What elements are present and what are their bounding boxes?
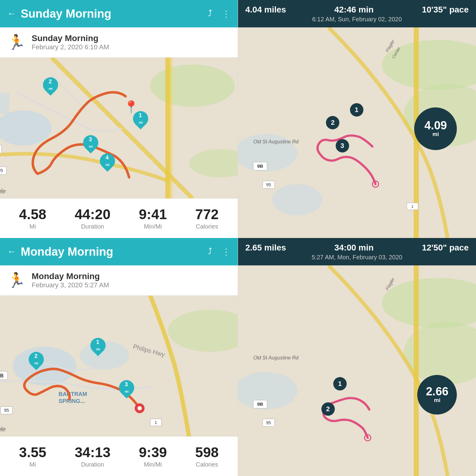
svg-text:95: 95 [266, 420, 271, 425]
svg-point-43 [138, 406, 142, 410]
monday-right-datetime: 5:27 AM, Mon, February 03, 2020 [245, 254, 469, 261]
monday-title: Monday Morning [21, 245, 198, 258]
sunday-bubble-label: mi [432, 131, 439, 138]
sunday-right-miles: 4.04 miles [245, 5, 286, 15]
svg-text:SPRING...: SPRING... [59, 398, 85, 404]
monday-share-button[interactable]: ⤴ [208, 247, 212, 257]
monday-header: ← Monday Morning ⤴ ⋮ [0, 238, 238, 265]
monday-pace-value: 9:39 [139, 445, 167, 460]
sunday-map[interactable]: Google 9B 95 2mi 3mi 1mi 4mi 📍 [0, 58, 238, 198]
monday-stats: 3.55 Mi 34:13 Duration 9:39 Min/Mi 598 C… [0, 436, 238, 476]
sunday-stats: 4.58 Mi 44:20 Duration 9:41 Min/Mi 772 C… [0, 198, 238, 238]
sunday-dist-bubble: 4.09 mi [414, 107, 457, 150]
sunday-calories-value: 772 [195, 207, 219, 222]
monday-pace-stat: 9:39 Min/Mi [139, 445, 167, 468]
sunday-header: ← Sunday Morning ⤴ ⋮ [0, 0, 238, 27]
monday-right-pace: 12'50" pace [422, 243, 469, 253]
sunday-distance-label: Mi [19, 223, 47, 230]
svg-text:Old St Augustine Rd: Old St Augustine Rd [253, 355, 299, 360]
monday-duration-value: 34:13 [75, 445, 110, 460]
monday-distance-stat: 3.55 Mi [19, 445, 47, 468]
monday-right-map[interactable]: Old St Augustine Rd Flagler 9B 95 1 2 2.… [238, 265, 476, 476]
sunday-pace-stat: 9:41 Min/Mi [139, 207, 167, 230]
monday-calories-stat: 598 Calories [195, 445, 219, 468]
monday-activity-info: 🏃 Monday Morning February 3, 2020 5:27 A… [0, 265, 238, 296]
monday-duration-label: Duration [75, 461, 110, 468]
monday-distance-label: Mi [19, 461, 47, 468]
sunday-distance-stat: 4.58 Mi [19, 207, 47, 230]
sunday-right-panel: 4.04 miles 42:46 min 10'35" pace 6:12 AM… [238, 0, 476, 238]
sunday-right-map[interactable]: Old St Augustine Rd Flagler Center 9B 95… [238, 27, 476, 238]
svg-text:1: 1 [411, 204, 414, 209]
monday-right-header: 2.65 miles 34:00 min 12'50" pace 5:27 AM… [238, 238, 476, 265]
svg-point-1 [150, 65, 235, 107]
monday-bubble-label: mi [434, 397, 440, 404]
monday-calories-value: 598 [195, 445, 219, 460]
monday-pace-label: Min/Mi [139, 461, 167, 468]
monday-left-panel: ← Monday Morning ⤴ ⋮ 🏃 Monday Morning Fe… [0, 238, 238, 476]
sunday-left-panel: ← Sunday Morning ⤴ ⋮ 🏃 Sunday Morning Fe… [0, 0, 238, 238]
monday-back-button[interactable]: ← [7, 247, 16, 257]
monday-right-miles: 2.65 miles [245, 243, 286, 253]
badge-3: 3 [336, 139, 349, 152]
monday-dist-bubble: 2.66 mi [417, 375, 457, 415]
monday-distance-value: 3.55 [19, 445, 47, 460]
monday-run-icon: 🏃 [7, 272, 26, 289]
destination-pin: 📍 [124, 100, 139, 114]
sunday-right-header: 4.04 miles 42:46 min 10'35" pace 6:12 AM… [238, 0, 476, 27]
sunday-right-pace: 10'35" pace [422, 5, 469, 15]
svg-text:9B: 9B [257, 163, 263, 169]
sunday-right-time: 42:46 min [334, 5, 373, 15]
svg-text:Old St Augustine Rd: Old St Augustine Rd [253, 139, 299, 144]
sunday-activity-name: Sunday Morning [32, 33, 109, 43]
svg-text:1: 1 [155, 420, 157, 425]
svg-text:9B: 9B [257, 401, 263, 407]
sunday-duration-stat: 44:20 Duration [75, 207, 110, 230]
svg-text:95: 95 [266, 182, 271, 187]
run-icon: 🏃 [7, 34, 26, 51]
svg-text:BARTRAM: BARTRAM [59, 391, 87, 397]
svg-text:95: 95 [0, 168, 3, 173]
monday-activity-date: February 3, 2020 5:27 AM [32, 281, 109, 289]
sunday-pace-value: 9:41 [139, 207, 167, 222]
monday-activity-name: Monday Morning [32, 271, 109, 281]
monday-right-time: 34:00 min [334, 243, 373, 253]
sunday-calories-stat: 772 Calories [195, 207, 219, 230]
monday-badge-2: 2 [321, 402, 335, 416]
sunday-title: Sunday Morning [21, 7, 198, 20]
monday-bubble-value: 2.66 [426, 386, 448, 397]
svg-rect-4 [0, 93, 9, 114]
svg-rect-9 [0, 145, 2, 153]
monday-more-button[interactable]: ⋮ [222, 247, 230, 257]
share-button[interactable]: ⤴ [208, 9, 212, 19]
sunday-activity-date: February 2, 2020 6:10 AM [32, 43, 109, 51]
badge-2: 2 [326, 116, 339, 129]
back-button[interactable]: ← [7, 9, 16, 19]
monday-map[interactable]: Philips Hwy 9B 95 1 BARTRAM SPRING... Go… [0, 296, 238, 436]
svg-text:9B: 9B [0, 373, 4, 378]
sunday-distance-value: 4.58 [19, 207, 47, 222]
svg-point-17 [272, 184, 322, 215]
more-button[interactable]: ⋮ [222, 9, 230, 19]
monday-duration-stat: 34:13 Duration [75, 445, 110, 468]
svg-text:95: 95 [4, 408, 9, 413]
monday-calories-label: Calories [195, 461, 219, 468]
badge-1: 1 [350, 103, 363, 117]
sunday-activity-info: 🏃 Sunday Morning February 2, 2020 6:10 A… [0, 27, 238, 58]
svg-text:Google: Google [0, 425, 6, 432]
monday-right-panel: 2.65 miles 34:00 min 12'50" pace 5:27 AM… [238, 238, 476, 476]
svg-text:Google: Google [0, 187, 6, 194]
sunday-duration-label: Duration [75, 223, 110, 230]
sunday-bubble-value: 4.09 [424, 120, 447, 131]
sunday-duration-value: 44:20 [75, 207, 110, 222]
sunday-right-datetime: 6:12 AM, Sun, February 02, 2020 [245, 16, 469, 23]
sunday-calories-label: Calories [195, 223, 219, 230]
monday-badge-1: 1 [333, 377, 347, 390]
svg-point-30 [13, 347, 76, 385]
sunday-pace-label: Min/Mi [139, 223, 167, 230]
